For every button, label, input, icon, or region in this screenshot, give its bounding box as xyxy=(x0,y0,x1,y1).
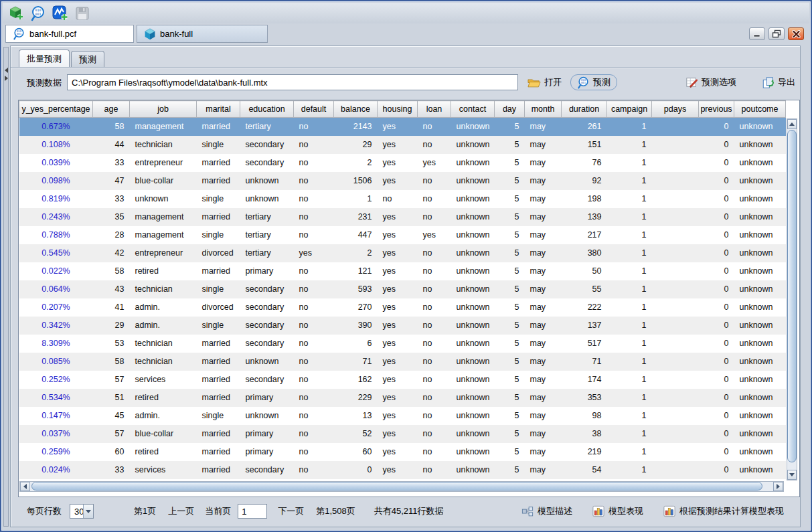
cell[interactable]: unknown xyxy=(734,298,786,317)
cell[interactable]: 137 xyxy=(562,317,607,335)
cell[interactable]: 0.243% xyxy=(19,208,93,226)
column-header[interactable]: housing xyxy=(378,101,418,118)
column-header[interactable]: y_yes_percentage xyxy=(19,101,93,118)
cell[interactable]: management xyxy=(130,118,197,136)
cell[interactable]: single xyxy=(197,136,240,154)
cell[interactable]: 0 xyxy=(699,190,734,208)
cell[interactable]: secondary xyxy=(240,136,294,154)
cell[interactable]: 1 xyxy=(607,226,652,244)
cell[interactable]: 53 xyxy=(93,335,130,353)
cell[interactable]: yes xyxy=(418,154,451,172)
cell[interactable]: 33 xyxy=(93,461,130,479)
cell[interactable]: no xyxy=(294,353,334,371)
cell[interactable] xyxy=(652,371,699,389)
cell[interactable]: tertiary xyxy=(240,244,294,262)
cell[interactable]: unknown xyxy=(734,172,786,190)
cell[interactable]: 35 xyxy=(93,208,130,226)
table-row[interactable]: 0.064%43techniciansinglesecondaryno593ye… xyxy=(19,280,786,298)
cell[interactable] xyxy=(652,298,699,317)
cell[interactable]: married xyxy=(197,154,240,172)
cell[interactable]: unknown xyxy=(734,335,786,353)
cell[interactable]: 58 xyxy=(93,353,130,371)
cell[interactable]: no xyxy=(418,371,451,389)
table-row[interactable]: 0.243%35managementmarriedtertiaryno231ye… xyxy=(19,208,786,226)
cell[interactable]: 58 xyxy=(93,262,130,280)
cell[interactable]: 51 xyxy=(93,389,130,407)
cell[interactable]: 121 xyxy=(334,262,378,280)
cell[interactable]: no xyxy=(294,208,334,226)
cell[interactable]: 0 xyxy=(699,154,734,172)
cell[interactable]: married xyxy=(197,425,240,443)
cell[interactable]: 222 xyxy=(562,298,607,317)
cell[interactable] xyxy=(652,136,699,154)
cell[interactable]: blue-collar xyxy=(130,425,197,443)
cell[interactable]: tertiary xyxy=(240,208,294,226)
table-row[interactable]: 0.085%58technicianmarriedunknownno71yesn… xyxy=(19,353,786,371)
cell[interactable]: 151 xyxy=(562,136,607,154)
cell[interactable]: secondary xyxy=(240,335,294,353)
table-row[interactable]: 0.024%33servicesmarriedsecondaryno0yesno… xyxy=(19,461,786,479)
cell[interactable]: unknown xyxy=(734,190,786,208)
cell[interactable]: may xyxy=(525,226,562,244)
model-performance-button[interactable]: 模型表现 xyxy=(592,505,643,517)
cell[interactable]: 0 xyxy=(699,443,734,461)
cell[interactable]: 0.534% xyxy=(19,389,93,407)
cell[interactable]: divorced xyxy=(197,298,240,317)
cell[interactable]: 5 xyxy=(495,190,525,208)
cell[interactable]: 1 xyxy=(607,208,652,226)
cell[interactable]: 52 xyxy=(334,425,378,443)
cell[interactable]: 60 xyxy=(334,443,378,461)
cell[interactable]: 5 xyxy=(495,208,525,226)
cell[interactable]: no xyxy=(294,226,334,244)
cell[interactable]: 1 xyxy=(607,353,652,371)
cell[interactable]: 1506 xyxy=(334,172,378,190)
cell[interactable]: 5 xyxy=(495,136,525,154)
cell[interactable]: no xyxy=(418,118,451,136)
cell[interactable]: no xyxy=(418,353,451,371)
column-header[interactable]: pdays xyxy=(652,101,699,118)
cell[interactable]: retired xyxy=(130,262,197,280)
cell[interactable]: yes xyxy=(378,208,418,226)
model-description-button[interactable]: 模型描述 xyxy=(521,505,572,517)
cell[interactable]: 5 xyxy=(495,298,525,317)
export-button[interactable]: 导出 xyxy=(762,74,795,90)
cell[interactable]: unknown xyxy=(734,208,786,226)
cell[interactable]: 198 xyxy=(562,190,607,208)
cell[interactable]: admin. xyxy=(130,298,197,317)
cell[interactable]: primary xyxy=(240,425,294,443)
cell[interactable]: unknown xyxy=(734,353,786,371)
cell[interactable]: single xyxy=(197,280,240,298)
column-header[interactable]: job xyxy=(130,101,197,118)
cell[interactable]: 1 xyxy=(607,443,652,461)
cell[interactable]: no xyxy=(418,172,451,190)
cell[interactable]: no xyxy=(418,461,451,479)
cell[interactable] xyxy=(652,407,699,425)
cell[interactable]: 0 xyxy=(699,280,734,298)
cell[interactable]: 0.098% xyxy=(19,172,93,190)
cell[interactable] xyxy=(652,353,699,371)
cell[interactable]: married xyxy=(197,208,240,226)
cell[interactable]: 5 xyxy=(495,407,525,425)
cell[interactable]: 38 xyxy=(562,425,607,443)
table-row[interactable]: 0.819%33unknownsingleunknownno1nonounkno… xyxy=(19,190,786,208)
cell[interactable]: divorced xyxy=(197,244,240,262)
cell[interactable]: 13 xyxy=(334,407,378,425)
cell[interactable]: 0 xyxy=(699,371,734,389)
cell[interactable]: 0.085% xyxy=(19,353,93,371)
cell[interactable]: 217 xyxy=(562,226,607,244)
cell[interactable]: may xyxy=(525,190,562,208)
cell[interactable]: secondary xyxy=(240,280,294,298)
cell[interactable]: secondary xyxy=(240,154,294,172)
cell[interactable]: may xyxy=(525,371,562,389)
cell[interactable]: tertiary xyxy=(240,226,294,244)
cell[interactable]: 50 xyxy=(562,262,607,280)
prev-page-button[interactable]: 上一页 xyxy=(168,505,194,517)
cell[interactable]: secondary xyxy=(240,298,294,317)
cell[interactable]: 92 xyxy=(562,172,607,190)
cell[interactable]: may xyxy=(525,461,562,479)
cell[interactable]: unknown xyxy=(734,389,786,407)
column-header[interactable]: poutcome xyxy=(734,101,786,118)
batch-predict-magnifier-icon[interactable]: 010 001 xyxy=(29,5,47,22)
cell[interactable]: admin. xyxy=(130,317,197,335)
cell[interactable]: 229 xyxy=(334,389,378,407)
